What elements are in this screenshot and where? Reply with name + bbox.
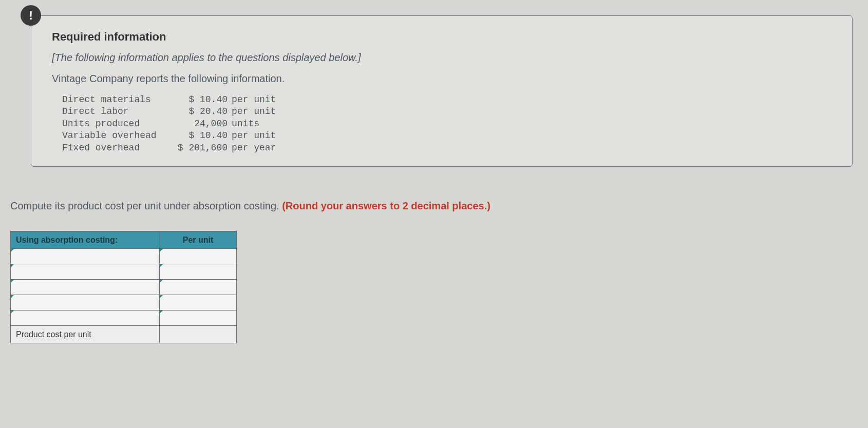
panel-lead: Vintage Company reports the following in… — [52, 73, 832, 85]
cost-value-input[interactable] — [160, 310, 237, 326]
answer-table: Using absorption costing: Per unit Produ… — [10, 231, 237, 343]
data-value: $ 201,600 — [175, 142, 232, 154]
total-label: Product cost per unit — [11, 326, 160, 343]
data-unit: per unit — [232, 106, 276, 118]
panel-note: [The following information applies to th… — [52, 52, 832, 64]
cost-value-input[interactable] — [160, 264, 237, 280]
table-header-perunit: Per unit — [160, 231, 237, 249]
data-value: $ 10.40 — [175, 130, 232, 142]
cost-item-input[interactable] — [11, 280, 160, 295]
prompt-emphasis: (Round your answers to 2 decimal places.… — [282, 200, 490, 211]
data-label: Units produced — [62, 118, 175, 130]
data-label: Fixed overhead — [62, 142, 175, 154]
data-unit: units — [232, 118, 259, 130]
cost-value-input[interactable] — [160, 249, 237, 264]
cost-item-input[interactable] — [11, 310, 160, 326]
data-unit: per year — [232, 142, 276, 154]
required-information-panel: Required information [The following info… — [31, 15, 853, 167]
table-total-row: Product cost per unit — [11, 326, 237, 343]
data-row: Fixed overhead $ 201,600 per year — [62, 142, 832, 154]
data-unit: per unit — [232, 94, 276, 106]
data-unit: per unit — [232, 130, 276, 142]
cost-item-input[interactable] — [11, 249, 160, 264]
data-value: $ 10.40 — [175, 94, 232, 106]
alert-icon: ! — [21, 5, 41, 26]
table-row — [11, 295, 237, 310]
table-row — [11, 310, 237, 326]
cost-item-input[interactable] — [11, 295, 160, 310]
data-value: 24,000 — [175, 118, 232, 130]
table-row — [11, 280, 237, 295]
cost-item-input[interactable] — [11, 264, 160, 280]
panel-heading: Required information — [52, 30, 832, 44]
data-label: Direct materials — [62, 94, 175, 106]
table-body: Product cost per unit — [11, 249, 237, 343]
data-row: Units produced 24,000 units — [62, 118, 832, 130]
data-label: Variable overhead — [62, 130, 175, 142]
data-value: $ 20.40 — [175, 106, 232, 118]
table-row — [11, 249, 237, 264]
table-header-method: Using absorption costing: — [11, 231, 160, 249]
data-row: Variable overhead $ 10.40 per unit — [62, 130, 832, 142]
prompt-text: Compute its product cost per unit under … — [10, 200, 282, 211]
data-row: Direct materials $ 10.40 per unit — [62, 94, 832, 106]
question-prompt: Compute its product cost per unit under … — [10, 200, 853, 212]
data-label: Direct labor — [62, 106, 175, 118]
total-value-input[interactable] — [160, 326, 237, 343]
table-row — [11, 264, 237, 280]
data-block: Direct materials $ 10.40 per unit Direct… — [62, 94, 832, 154]
cost-value-input[interactable] — [160, 295, 237, 310]
cost-value-input[interactable] — [160, 280, 237, 295]
data-row: Direct labor $ 20.40 per unit — [62, 106, 832, 118]
